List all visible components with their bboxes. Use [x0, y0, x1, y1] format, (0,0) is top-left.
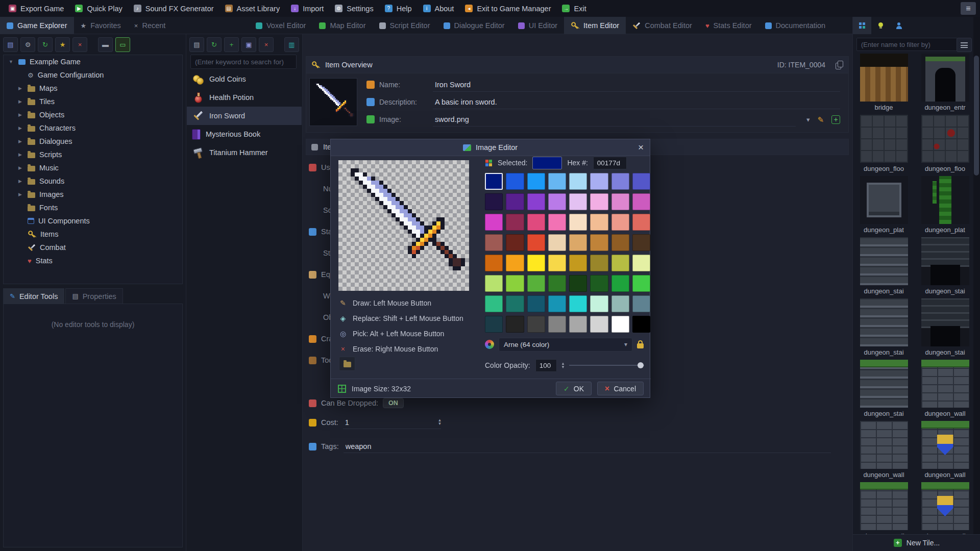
palette-swatch[interactable]	[548, 295, 566, 312]
palette-swatch[interactable]	[548, 193, 566, 210]
palette-swatch[interactable]	[506, 255, 524, 271]
palette-swatch[interactable]	[632, 316, 650, 333]
expand-arrow-icon[interactable]: ▶	[17, 179, 23, 184]
palette-swatch[interactable]	[569, 275, 587, 292]
palette-swatch[interactable]	[611, 234, 629, 251]
expand-arrow-icon[interactable]: ▼	[8, 59, 14, 64]
ok-button[interactable]: OK	[556, 382, 592, 395]
opacity-input[interactable]	[535, 359, 557, 372]
palette-swatch[interactable]	[527, 316, 545, 333]
configuration-button[interactable]: ⚙	[20, 37, 35, 52]
tile-dungeon-stai[interactable]: dungeon_stai	[855, 298, 913, 356]
tab-dialogue-editor[interactable]: Dialogue Editor	[437, 17, 511, 34]
expand-arrow-icon[interactable]: ▶	[17, 86, 23, 91]
tree-item-items[interactable]: Items	[4, 228, 182, 241]
tree-item-game-configuration[interactable]: ⚙Game Configuration	[4, 68, 182, 82]
favorite-button[interactable]: ★	[55, 37, 70, 52]
cancel-button[interactable]: Cancel	[597, 382, 644, 395]
palette-swatch[interactable]	[485, 316, 503, 333]
palette-swatch[interactable]	[527, 193, 545, 210]
tree-item-scripts[interactable]: ▶Scripts	[4, 148, 182, 161]
palette-swatch[interactable]	[485, 275, 503, 292]
item-iron-sword[interactable]: Iron Sword	[187, 107, 302, 125]
palette-swatch[interactable]	[527, 255, 545, 271]
palette-swatch[interactable]	[506, 234, 524, 251]
tab-map-editor[interactable]: Map Editor	[312, 17, 372, 34]
palette-swatch[interactable]	[527, 234, 545, 251]
opacity-slider[interactable]	[569, 359, 644, 371]
tile-dungeon-plat[interactable]: dungeon_plat	[855, 176, 913, 234]
menu-item-quick-play[interactable]: ▶Quick Play	[69, 0, 128, 17]
palette-swatch[interactable]	[569, 316, 587, 333]
palette-swatch[interactable]	[590, 295, 608, 312]
hamburger-menu-icon[interactable]	[961, 2, 976, 15]
menu-item-sound-fx-generator[interactable]: ♪Sound FX Generator	[128, 0, 219, 17]
item-health-potion[interactable]: Health Potion	[187, 88, 302, 107]
menu-item-exit-to-game-manager[interactable]: ◂Exit to Game Manager	[459, 0, 556, 17]
tree-item-example-game[interactable]: ▼Example Game	[4, 55, 182, 68]
palette-swatch[interactable]	[569, 173, 587, 190]
tab-voxel-editor[interactable]: Voxel Editor	[249, 17, 312, 34]
close-dialog-button[interactable]	[638, 141, 644, 154]
menu-item-asset-library[interactable]: ▤Asset Library	[219, 0, 286, 17]
field-value-description[interactable]: A basic iron sword.	[433, 95, 840, 109]
expand-arrow-icon[interactable]: ▶	[17, 165, 23, 170]
panel-tab-tiles[interactable]	[853, 17, 871, 34]
palette-swatch[interactable]	[527, 173, 545, 190]
new-asset-button[interactable]: ▤	[3, 37, 18, 52]
item-mysterious-book[interactable]: Mysterious Book	[187, 125, 302, 143]
refresh-button[interactable]: ↻	[207, 37, 222, 52]
tree-item-dialogues[interactable]: ▶Dialogues	[4, 135, 182, 148]
can-be-dropped-toggle[interactable]: ON	[383, 398, 404, 408]
tile-dungeon-plat[interactable]: dungeon_plat	[916, 176, 974, 234]
menu-item-import[interactable]: ↓Import	[285, 0, 329, 17]
tile-dungeon-wall[interactable]: dungeon_wall	[916, 421, 974, 479]
tree-item-fonts[interactable]: Fonts	[4, 201, 182, 214]
duplicate-button[interactable]: ▣	[241, 37, 256, 52]
palette-swatch[interactable]	[569, 214, 587, 231]
scrollbar-thumb[interactable]	[974, 56, 979, 176]
tile-dungeon-wall[interactable]: dungeon_wall	[855, 421, 913, 479]
palette-swatch[interactable]	[548, 275, 566, 292]
palette-swatch[interactable]	[527, 295, 545, 312]
palette-swatch[interactable]	[485, 295, 503, 312]
copy-id-icon[interactable]	[836, 61, 843, 69]
expand-arrow-icon[interactable]: ▶	[17, 152, 23, 157]
palette-swatch[interactable]	[506, 295, 524, 312]
palette-swatch[interactable]	[590, 255, 608, 271]
palette-swatch[interactable]	[611, 316, 629, 333]
tree-item-objects[interactable]: ▶Objects	[4, 108, 182, 121]
item-titanium-hammer[interactable]: Titanium Hammer	[187, 143, 302, 162]
tab-documentation[interactable]: Documentation	[758, 17, 832, 34]
delete-button[interactable]: ×	[259, 37, 274, 52]
palette-swatch[interactable]	[548, 255, 566, 271]
opacity-spinner[interactable]	[562, 362, 565, 369]
cost-spinner[interactable]	[438, 418, 441, 425]
tree-item-stats[interactable]: ♥Stats	[4, 254, 182, 267]
refresh-button[interactable]: ↻	[38, 37, 53, 52]
tab-game-explorer[interactable]: Game Explorer	[0, 17, 74, 34]
palette-swatch[interactable]	[485, 193, 503, 210]
edit-image-icon[interactable]: ✎	[817, 116, 824, 123]
palette-swatch[interactable]	[590, 275, 608, 292]
palette-swatch[interactable]	[569, 295, 587, 312]
palette-swatch[interactable]	[611, 275, 629, 292]
palette-swatch[interactable]	[548, 173, 566, 190]
palette-dropdown[interactable]: Arne (64 color)	[499, 338, 632, 352]
expand-arrow-icon[interactable]: ▶	[17, 99, 23, 104]
menu-item-about[interactable]: iAbout	[418, 0, 460, 17]
tab-item-editor[interactable]: Item Editor	[564, 17, 626, 34]
tree-item-ui-components[interactable]: UI Components	[4, 214, 182, 228]
copy-button[interactable]: ▥	[284, 37, 299, 52]
tab-properties[interactable]: ▤Properties	[65, 288, 122, 304]
palette-swatch[interactable]	[611, 295, 629, 312]
tile-dungeon-wall[interactable]: dungeon_wall	[855, 482, 913, 534]
palette-swatch[interactable]	[632, 193, 650, 210]
slider-handle[interactable]	[638, 362, 644, 368]
tab-stats-editor[interactable]: ♥Stats Editor	[699, 17, 758, 34]
pixel-canvas[interactable]	[338, 160, 469, 291]
tab-ui-editor[interactable]: UI Editor	[511, 17, 564, 34]
item-gold-coins[interactable]: Gold Coins	[187, 70, 302, 88]
new-tile-button[interactable]: New Tile...	[853, 534, 980, 551]
expand-arrow-icon[interactable]: ▶	[17, 112, 23, 117]
